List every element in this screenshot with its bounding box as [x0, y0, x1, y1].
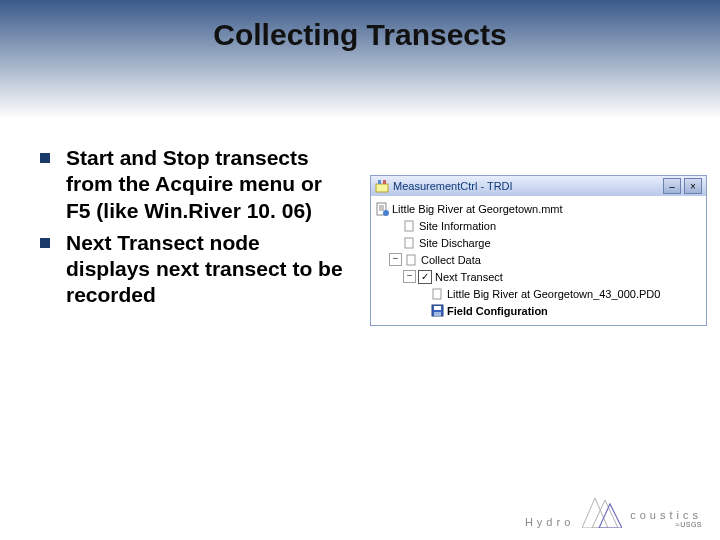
body-text: Start and Stop transects from the Acquir…	[40, 145, 345, 315]
tree-node-site-discharge[interactable]: Site Discharge	[375, 234, 702, 251]
tree-node-next-transect[interactable]: − ✓ Next Transect	[375, 268, 702, 285]
svg-rect-6	[405, 238, 413, 248]
bullet-square-icon	[40, 153, 50, 163]
footer: Hydro coustics ≈USGS	[525, 494, 702, 528]
bullet-item: Start and Stop transects from the Acquir…	[40, 145, 345, 224]
tree-label: Next Transect	[435, 271, 503, 283]
collapse-toggle[interactable]: −	[389, 253, 402, 266]
page-icon	[404, 253, 418, 267]
svg-rect-0	[376, 184, 388, 192]
tree-label: Little Big River at Georgetown.mmt	[392, 203, 563, 215]
bullet-square-icon	[40, 238, 50, 248]
titlebar[interactable]: MeasurementCtrl - TRDI – ×	[371, 176, 706, 196]
tree-node-transect-file[interactable]: Little Big River at Georgetown_43_000.PD…	[375, 285, 702, 302]
save-icon	[430, 304, 444, 318]
page-icon	[402, 219, 416, 233]
spacer	[389, 220, 400, 231]
app-icon	[375, 179, 389, 193]
slide: Collecting Transects Start and Stop tran…	[0, 0, 720, 540]
svg-rect-10	[434, 306, 441, 310]
tree-root[interactable]: Little Big River at Georgetown.mmt	[375, 200, 702, 217]
tree-label: Site Information	[419, 220, 496, 232]
bullet-text: Start and Stop transects from the Acquir…	[66, 145, 345, 224]
checkbox-checked-icon[interactable]: ✓	[418, 270, 432, 284]
document-icon	[375, 202, 389, 216]
svg-rect-2	[383, 180, 386, 184]
svg-rect-5	[405, 221, 413, 231]
brand-text-left: Hydro	[525, 516, 574, 528]
tree-view: Little Big River at Georgetown.mmt Site …	[371, 196, 706, 325]
minimize-button[interactable]: –	[663, 178, 681, 194]
tree-label: Collect Data	[421, 254, 481, 266]
measurement-ctrl-window: MeasurementCtrl - TRDI – × Little Big Ri…	[370, 175, 707, 326]
window-title: MeasurementCtrl - TRDI	[393, 180, 513, 192]
slide-title: Collecting Transects	[0, 18, 720, 52]
wave-logo-icon	[582, 494, 622, 528]
page-icon	[430, 287, 444, 301]
tree-node-field-config[interactable]: Field Configuration	[375, 302, 702, 319]
spacer	[417, 288, 428, 299]
window-controls: – ×	[663, 178, 702, 194]
page-icon	[402, 236, 416, 250]
svg-rect-8	[433, 289, 441, 299]
tree-node-site-info[interactable]: Site Information	[375, 217, 702, 234]
brand-right-block: coustics ≈USGS	[630, 509, 702, 528]
collapse-toggle[interactable]: −	[403, 270, 416, 283]
tree-label: Field Configuration	[447, 305, 548, 317]
tree-node-collect-data[interactable]: − Collect Data	[375, 251, 702, 268]
usgs-label: ≈USGS	[676, 521, 702, 528]
tree-label: Little Big River at Georgetown_43_000.PD…	[447, 288, 660, 300]
svg-rect-1	[378, 180, 381, 184]
svg-rect-7	[407, 255, 415, 265]
spacer	[389, 237, 400, 248]
close-button[interactable]: ×	[684, 178, 702, 194]
spacer	[417, 305, 428, 316]
tree-label: Site Discharge	[419, 237, 491, 249]
svg-point-4	[383, 210, 389, 216]
bullet-text: Next Transect node displays next transec…	[66, 230, 345, 309]
svg-rect-11	[434, 312, 441, 316]
bullet-item: Next Transect node displays next transec…	[40, 230, 345, 309]
brand-text-right: coustics	[630, 509, 702, 521]
